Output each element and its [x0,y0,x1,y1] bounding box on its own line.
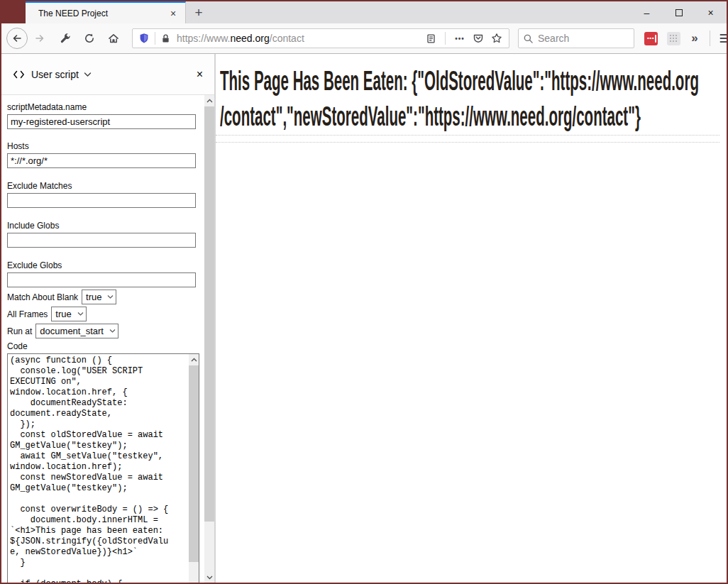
reload-button[interactable] [78,27,101,50]
reload-icon [84,33,95,44]
scroll-down-icon[interactable] [204,572,214,583]
code-scrollbar[interactable] [189,354,199,583]
code-text[interactable]: (async function () { console.log("USER S… [10,356,187,583]
sidebar-panel: scriptMetadata.name Hosts Exclude Matche… [1,95,214,583]
forward-icon [34,33,45,44]
run-at-label: Run at [7,326,32,336]
browser-window: The NEED Project × + – × [0,0,728,584]
reader-icon [426,33,436,44]
all-frames-value: true [55,309,71,319]
sidebar-scrollbar[interactable] [204,95,214,583]
sidebar-header: User script × [1,54,214,95]
bookmark-star-button[interactable] [487,29,506,48]
run-at-select[interactable]: document_start [35,324,118,338]
chevron-down-icon [109,329,116,334]
home-icon [108,33,119,44]
page-heading-line-2: /contact","newStoredValue":"https://www.… [220,99,727,134]
search-bar[interactable] [518,28,634,48]
reader-mode-button[interactable] [421,29,440,48]
wrench-icon [60,33,71,44]
field-label-hosts: Hosts [7,141,196,151]
exclude-matches-input[interactable] [7,193,196,208]
scriptmetadata-name-input[interactable] [7,114,196,129]
scroll-up-icon[interactable] [189,354,199,365]
field-label-exclude-globs: Exclude Globs [7,260,196,270]
hosts-input[interactable] [7,153,196,168]
tab-title: The NEED Project [38,9,167,18]
maximize-button[interactable] [663,1,695,23]
search-icon [523,33,534,44]
sidebar-title[interactable]: User script [31,69,79,80]
run-at-value: document_start [40,326,104,336]
userscript-sidebar: User script × scriptMetadata.name Hosts … [1,54,216,583]
page-content: This Page Has Been Eaten: {"OldStoredVal… [216,54,727,583]
field-label-scriptmetadata-name: scriptMetadata.name [7,102,196,112]
extension-red-button[interactable]: ••• [641,29,660,48]
back-icon [6,28,28,49]
sidebar-close-button[interactable]: × [197,68,203,81]
url-bar[interactable]: https://www.need.org/contact ••• [132,28,509,48]
hamburger-icon [719,33,728,43]
navigation-toolbar: https://www.need.org/contact ••• ••• [1,23,727,54]
code-scrollbar-thumb[interactable] [189,365,199,562]
exclude-globs-input[interactable] [7,272,196,287]
scroll-up-icon[interactable] [204,95,214,106]
search-input[interactable] [538,33,629,44]
tabbar-spacer [211,1,631,23]
extension-disabled-button[interactable] [664,29,683,48]
maximize-icon [675,9,683,16]
toolbar-separator [710,31,710,46]
code-editor[interactable]: (async function () { console.log("USER S… [7,353,199,583]
match-about-blank-value: true [86,292,101,302]
lock-icon[interactable] [160,33,171,44]
chevron-down-icon [107,294,114,299]
minimize-button[interactable]: – [631,1,663,23]
match-about-blank-select[interactable]: true [82,290,116,304]
home-button[interactable] [102,27,125,50]
shield-icon[interactable] [138,32,150,45]
chevron-down-icon[interactable] [84,72,92,77]
app-menu-button[interactable] [716,29,728,48]
url-prefix: https://www. [177,33,230,44]
page-heading: This Page Has Been Eaten: {"OldStoredVal… [220,63,727,134]
close-window-button[interactable]: × [695,1,727,23]
userscript-tool-button[interactable] [54,27,77,50]
star-icon [491,33,502,44]
heading-divider [216,135,719,136]
field-label-include-globs: Include Globs [7,221,196,231]
content-area: User script × scriptMetadata.name Hosts … [1,54,727,583]
back-button[interactable] [6,27,28,50]
page-heading-line-1: This Page Has Been Eaten: {"OldStoredVal… [220,63,727,99]
include-globs-input[interactable] [7,233,196,248]
overflow-menu-button[interactable]: » [685,29,704,48]
run-at-row: Run at document_start [7,324,196,338]
all-frames-select[interactable]: true [51,307,86,321]
urlbar-separator-2 [445,32,446,45]
field-label-exclude-matches: Exclude Matches [7,181,196,191]
page-heading-wrap: This Page Has Been Eaten: {"OldStoredVal… [216,54,727,135]
extension-red-icon: ••• [644,32,658,45]
tab-the-need-project[interactable]: The NEED Project × [26,1,186,23]
titlebar-spacer [1,1,26,23]
code-icon [13,70,25,79]
all-frames-row: All Frames true [7,307,196,321]
sidebar-scrollbar-thumb[interactable] [204,106,214,522]
page-actions-button[interactable]: ••• [451,29,469,48]
meatball-menu-icon: ••• [455,35,465,43]
code-label: Code [7,341,196,351]
forward-button[interactable] [28,27,51,50]
all-frames-label: All Frames [7,309,48,319]
url-domain: need.org [230,33,269,44]
pocket-icon [473,33,484,44]
match-about-blank-row: Match About Blank true [7,290,196,304]
url-text[interactable]: https://www.need.org/contact [177,33,421,44]
heading-divider-2 [216,142,719,143]
new-tab-button[interactable]: + [186,1,211,23]
window-controls: – × [631,1,727,23]
extension-red-bar [655,35,656,43]
urlbar-separator [155,32,155,45]
pocket-button[interactable] [469,29,487,48]
extension-disabled-icon [667,32,680,45]
tab-close-icon[interactable]: × [167,8,180,19]
url-path: /contact [270,33,304,44]
